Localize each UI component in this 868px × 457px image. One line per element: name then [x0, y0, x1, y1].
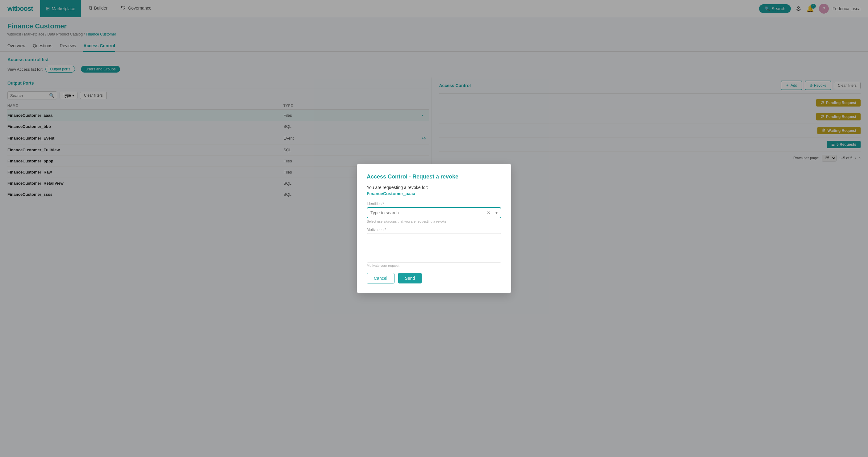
identities-input[interactable] — [370, 210, 485, 215]
modal-title: Access Control - Request a revoke — [367, 174, 501, 180]
chevron-down-icon[interactable]: ▾ — [495, 210, 498, 215]
modal-desc: You are requesting a revoke for: — [367, 185, 501, 190]
modal-target-name[interactable]: FinanceCustomer_aaaa — [367, 191, 501, 196]
identities-select-wrap: ✕ | ▾ — [367, 208, 501, 215]
identities-label: Identities * — [367, 202, 501, 206]
clear-icon[interactable]: ✕ — [487, 210, 491, 215]
modal: Access Control - Request a revoke You ar… — [357, 164, 511, 215]
identities-field-border: ✕ | ▾ — [367, 207, 501, 215]
modal-overlay: Access Control - Request a revoke You ar… — [0, 0, 868, 215]
identities-label-text: Identities * — [367, 202, 384, 206]
